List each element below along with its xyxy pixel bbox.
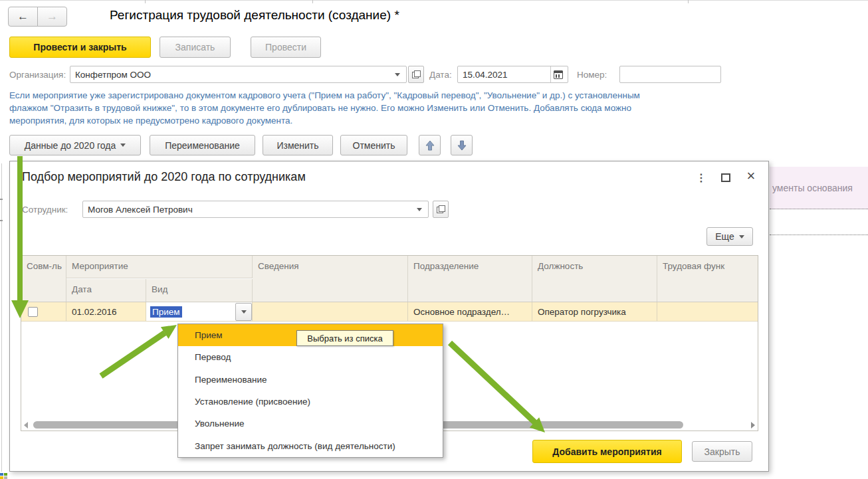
data-before-2020-menu-button[interactable]: Данные до 2020 года: [9, 135, 141, 155]
background-row-divider: [770, 235, 868, 235]
kind-dropdown-button[interactable]: [235, 303, 252, 321]
cancel-event-button[interactable]: Отменить: [340, 135, 407, 155]
date-label: Дата:: [429, 70, 452, 80]
background-column-header-text: ументы основания: [770, 183, 853, 193]
cell-date[interactable]: 01.02.2016: [66, 302, 146, 321]
column-header-info[interactable]: Сведения: [253, 256, 408, 302]
add-events-button[interactable]: Добавить мероприятия: [532, 440, 682, 463]
tab-tick: [145, 0, 146, 3]
kind-selected-text: Прием: [150, 306, 182, 318]
background-tick: [0, 199, 3, 200]
number-input[interactable]: [619, 66, 721, 83]
dropdown-item-ustanovlenie[interactable]: Установление (присвоение): [178, 391, 443, 413]
hscrollbar-left-button[interactable]: [24, 422, 28, 429]
info-line-1: Если мероприятие уже зарегистрировано до…: [9, 89, 640, 102]
post-button[interactable]: Провести: [251, 37, 321, 58]
organization-select-button[interactable]: [408, 66, 424, 83]
move-up-button[interactable]: [419, 135, 441, 155]
hscrollbar-right-button[interactable]: [751, 422, 755, 429]
down-arrow-icon: [457, 140, 467, 151]
rename-button[interactable]: Переименование: [150, 135, 255, 155]
column-header-event[interactable]: Мероприятие: [66, 256, 253, 278]
cell-function[interactable]: [657, 302, 758, 321]
dropdown-item-pereimenovanie[interactable]: Переименование: [178, 369, 443, 391]
post-and-close-button[interactable]: Провести и закрыть: [9, 37, 151, 58]
organization-value: Конфетпром ООО: [75, 70, 151, 80]
dropdown-item-perevod[interactable]: Перевод: [178, 346, 443, 368]
cell-comb[interactable]: [21, 302, 66, 321]
employee-dropdown-icon[interactable]: [413, 201, 425, 217]
select-icon: [437, 205, 445, 213]
top-tab-divider: [0, 0, 868, 1]
dropdown-item-zapret[interactable]: Запрет занимать должность (вид деятельно…: [178, 435, 443, 457]
write-button[interactable]: Записать: [160, 37, 231, 58]
change-button[interactable]: Изменить: [263, 135, 333, 155]
back-arrow-icon: ←: [17, 10, 29, 23]
column-header-date[interactable]: Дата: [66, 279, 146, 302]
column-header-function[interactable]: Трудовая функ: [657, 256, 758, 302]
app-window: ← → Регистрация трудовой деятельности (с…: [0, 0, 868, 479]
comb-checkbox[interactable]: [28, 307, 38, 317]
nav-forward-button[interactable]: →: [37, 7, 67, 27]
calendar-icon[interactable]: [550, 66, 565, 82]
chevron-down-icon: [120, 144, 126, 147]
page-title: Регистрация трудовой деятельности (созда…: [110, 8, 399, 23]
forward-arrow-icon: →: [47, 10, 58, 23]
date-value: 15.04.2021: [463, 70, 508, 80]
background-form-left-edge: [1, 163, 2, 472]
close-dialog-button[interactable]: Закрыть: [692, 441, 752, 462]
move-down-button[interactable]: [451, 135, 473, 155]
tooltip-select-from-list: Выбрать из списка: [296, 330, 393, 346]
column-header-position[interactable]: Должность: [532, 256, 657, 302]
cell-info[interactable]: [253, 302, 408, 321]
data-before-2020-label: Данные до 2020 года: [25, 140, 116, 151]
info-line-2: флажком "Отразить в трудовой книжке", то…: [9, 102, 640, 114]
left-arrow-icon: [24, 422, 28, 429]
nav-back-button[interactable]: ←: [8, 7, 38, 27]
kebab-menu-icon: ⋮: [696, 173, 706, 183]
select-icon: [412, 70, 421, 78]
organization-label: Организация:: [9, 70, 66, 80]
maximize-icon: [721, 173, 730, 182]
info-line-3: мероприятия, для которых не предусмотрен…: [9, 114, 640, 127]
employee-value: Могов Алексей Петрович: [88, 205, 193, 215]
more-button-label: Еще: [715, 231, 734, 242]
chevron-down-icon: [241, 310, 247, 314]
dialog-menu-button[interactable]: ⋮: [695, 171, 707, 185]
background-column-header: ументы основания: [770, 167, 868, 209]
close-icon: ×: [747, 169, 756, 183]
info-text: Если мероприятие уже зарегистрировано до…: [9, 89, 640, 127]
cell-position[interactable]: Оператор погрузчика: [532, 302, 657, 321]
tab-tick: [688, 0, 689, 3]
dialog-close-button[interactable]: ×: [744, 167, 758, 185]
right-arrow-icon: [751, 422, 755, 429]
background-tick: [0, 220, 3, 221]
date-input[interactable]: 15.04.2021: [457, 66, 568, 83]
number-label: Номер:: [577, 70, 607, 80]
chevron-down-icon: [739, 235, 744, 239]
employee-label: Сотрудник:: [22, 205, 68, 215]
column-header-kind[interactable]: Вид: [146, 279, 253, 302]
row-divider: [21, 321, 758, 322]
employee-select-button[interactable]: [433, 201, 449, 218]
dialog-title: Подбор мероприятий до 2020 года по сотру…: [22, 170, 306, 184]
column-header-department[interactable]: Подразделение: [408, 256, 532, 302]
dialog-maximize-button[interactable]: [721, 173, 730, 182]
background-mini-icon: [0, 473, 7, 479]
organization-combobox[interactable]: Конфетпром ООО: [70, 66, 407, 83]
dropdown-item-uvolnenie[interactable]: Увольнение: [178, 413, 443, 434]
organization-dropdown-icon[interactable]: [391, 66, 403, 82]
column-header-comb[interactable]: Совм-ль: [21, 256, 66, 302]
cell-department[interactable]: Основное подраздел…: [408, 302, 532, 321]
employee-combobox[interactable]: Могов Алексей Петрович: [82, 201, 429, 218]
tab-tick: [312, 0, 313, 3]
more-button[interactable]: Еще: [706, 227, 753, 246]
up-arrow-icon: [425, 140, 435, 151]
